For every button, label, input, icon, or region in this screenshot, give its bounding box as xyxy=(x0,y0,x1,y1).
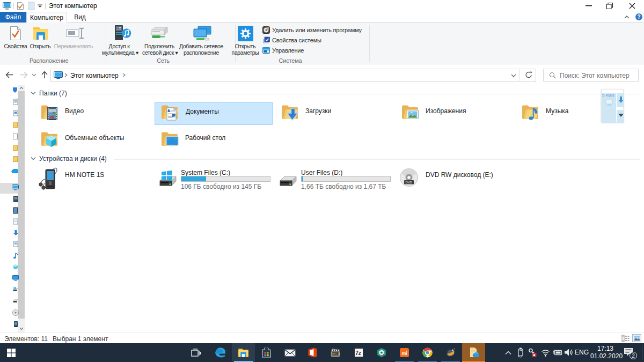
svg-text:7z: 7z xyxy=(355,350,361,356)
svg-text:mi: mi xyxy=(401,351,407,356)
svg-text:HPC BT: HPC BT xyxy=(332,353,340,356)
svg-text:DVD: DVD xyxy=(406,181,412,184)
svg-text:A: A xyxy=(168,109,171,113)
